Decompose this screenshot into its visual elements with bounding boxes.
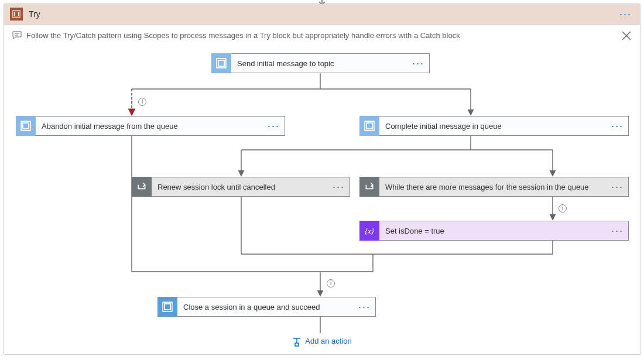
designer-canvas: i i i Send initial message to topic ··· … <box>4 43 640 354</box>
svg-rect-0 <box>13 11 20 18</box>
try-scope-container: Try ··· Follow the Try/Catch pattern usi… <box>4 4 640 355</box>
action-label: Renew session lock until cancelled <box>152 183 316 191</box>
action-label: Set isDone = true <box>379 227 485 235</box>
svg-rect-1 <box>15 12 19 16</box>
add-action-button[interactable]: Add an action <box>4 337 640 347</box>
until-loop-icon <box>359 177 379 197</box>
action-send-initial[interactable]: Send initial message to topic ··· <box>211 53 430 73</box>
info-icon[interactable]: i <box>138 98 146 106</box>
try-scope-menu[interactable]: ··· <box>617 9 634 19</box>
action-close-session[interactable]: Close a session in a queue and succeed ·… <box>157 297 376 317</box>
scope-icon <box>10 8 23 20</box>
try-scope-header[interactable]: Try ··· <box>4 4 640 25</box>
service-bus-icon <box>211 53 231 73</box>
svg-rect-34 <box>295 343 299 346</box>
until-loop-icon <box>132 177 152 197</box>
action-complete-initial[interactable]: Complete initial message in queue ··· <box>359 116 629 136</box>
service-bus-icon <box>359 116 379 136</box>
action-label: Complete initial message in queue <box>379 122 543 131</box>
info-icon[interactable]: i <box>559 204 567 213</box>
try-scope-description-row: Follow the Try/Catch pattern using Scope… <box>4 25 640 43</box>
action-set-isdone[interactable]: {x} Set isDone = true ··· <box>359 221 629 241</box>
add-action-label: Add an action <box>305 337 352 345</box>
action-abandon-initial[interactable]: Abandon initial message from the queue ·… <box>16 116 285 136</box>
service-bus-icon <box>16 116 36 136</box>
action-label: While there are more messages for the se… <box>379 183 628 191</box>
variable-icon: {x} <box>359 221 379 241</box>
svg-rect-28 <box>366 123 372 129</box>
comment-icon <box>12 30 22 40</box>
action-label: Abandon initial message from the queue <box>36 122 219 131</box>
action-label: Close a session in a queue and succeed <box>177 303 361 311</box>
add-action-icon <box>292 337 302 347</box>
action-menu[interactable]: ··· <box>412 57 424 69</box>
svg-text:{x}: {x} <box>365 227 374 235</box>
svg-rect-31 <box>165 304 170 310</box>
try-scope-description: Follow the Try/Catch pattern using Scope… <box>26 31 460 40</box>
action-menu[interactable]: ··· <box>611 225 624 237</box>
action-menu[interactable]: ··· <box>358 301 371 313</box>
action-menu[interactable]: ··· <box>333 181 345 193</box>
try-scope-title: Try <box>29 9 40 19</box>
svg-rect-26 <box>23 123 29 129</box>
close-description-icon[interactable] <box>621 30 632 41</box>
action-label: Send initial message to topic <box>231 59 375 68</box>
action-menu[interactable]: ··· <box>268 120 280 132</box>
action-menu[interactable]: ··· <box>611 181 624 193</box>
service-bus-icon <box>157 297 177 317</box>
action-menu[interactable]: ··· <box>611 120 624 132</box>
action-while-more[interactable]: While there are more messages for the se… <box>359 177 629 197</box>
info-icon[interactable]: i <box>327 279 335 287</box>
svg-rect-24 <box>218 60 224 66</box>
action-renew-lock[interactable]: Renew session lock until cancelled ··· <box>132 177 350 197</box>
